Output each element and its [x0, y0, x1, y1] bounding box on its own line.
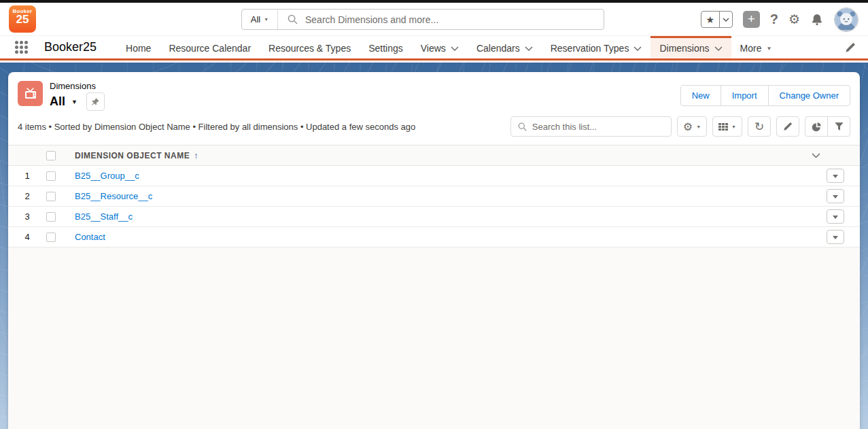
row-checkbox[interactable] [46, 192, 56, 201]
app-launcher-icon[interactable] [15, 41, 28, 54]
notifications-bell-icon[interactable] [810, 13, 824, 27]
column-actions-chevron-icon[interactable] [812, 153, 820, 158]
caret-down-icon [833, 236, 838, 242]
list-view-controls-button[interactable]: ⚙ ▼ [677, 116, 707, 137]
row-number: 3 [8, 211, 46, 222]
tab-resource-calendar[interactable]: Resource Calendar [160, 36, 260, 58]
favorites-chevron-icon[interactable] [720, 12, 732, 27]
tab-label: Calendars [476, 43, 520, 54]
caret-down-icon [833, 195, 838, 201]
select-all-checkbox[interactable] [46, 151, 56, 160]
table-grid-icon [718, 123, 728, 131]
global-search-input[interactable] [305, 14, 604, 25]
dimension-link[interactable]: B25__Group__c [75, 171, 139, 181]
custom-object-tv-icon [23, 86, 38, 101]
user-avatar[interactable] [834, 7, 858, 32]
search-scope-dropdown[interactable]: All ▼ [242, 10, 278, 29]
new-button[interactable]: New [680, 85, 721, 106]
search-field-wrap [278, 14, 604, 25]
tab-more[interactable]: More ▼ [731, 36, 781, 58]
tab-home[interactable]: Home [117, 36, 160, 58]
row-checkbox[interactable] [46, 233, 56, 242]
favorite-star-icon[interactable]: ★ [701, 12, 720, 27]
tab-label: Resource Calendar [169, 43, 251, 54]
favorites-group: ★ [701, 11, 733, 28]
pin-list-view-button[interactable] [86, 92, 105, 111]
tab-calendars[interactable]: Calendars [468, 36, 542, 58]
list-search-input[interactable] [532, 122, 664, 132]
search-scope-label: All [251, 14, 260, 24]
filter-button[interactable] [827, 116, 850, 137]
refresh-icon: ↻ [754, 120, 764, 134]
dimension-link[interactable]: B25__Resource__c [75, 191, 152, 201]
global-search: All ▼ [241, 9, 604, 30]
card-empty-area [8, 247, 860, 429]
tab-resources-types[interactable]: Resources & Types [260, 36, 360, 58]
sort-ascending-icon: ↑ [194, 150, 198, 160]
quick-create-icon[interactable]: + [743, 11, 760, 28]
chevron-down-icon[interactable] [525, 46, 533, 51]
caret-down-icon [833, 175, 838, 181]
list-view-header: Dimensions All ▼ New Import Chang [8, 72, 860, 115]
search-icon [518, 122, 527, 131]
list-subheader: 4 items • Sorted by Dimension Object Nam… [8, 115, 860, 145]
app-name: Booker25 [44, 40, 97, 54]
tab-views[interactable]: Views [412, 36, 468, 58]
chevron-down-icon[interactable] [714, 46, 723, 51]
table-row: 3 B25__Staff__c [8, 207, 860, 227]
chevron-down-icon[interactable] [451, 46, 459, 51]
row-actions-button[interactable] [827, 230, 844, 244]
logo-text-bottom: 25 [9, 14, 36, 25]
chevron-down-icon[interactable] [633, 46, 642, 51]
table-row: 4 Contact [8, 227, 860, 247]
refresh-button[interactable]: ↻ [748, 116, 771, 137]
display-as-table-button[interactable]: ▼ [712, 116, 742, 137]
pin-icon [90, 97, 100, 107]
view-selector-row: All ▼ [50, 92, 105, 111]
column-header-label[interactable]: Dimension Object Name [75, 151, 190, 160]
row-number: 2 [8, 191, 46, 201]
table-row: 1 B25__Group__c [8, 166, 860, 186]
pie-chart-icon [812, 122, 822, 132]
change-owner-button[interactable]: Change Owner [768, 85, 850, 106]
dimensions-object-icon [18, 81, 43, 106]
list-view-name[interactable]: All [50, 95, 65, 109]
row-checkbox[interactable] [46, 171, 56, 181]
help-icon[interactable]: ? [770, 12, 778, 27]
chart-filter-group [805, 116, 850, 137]
tab-label: Settings [368, 43, 403, 54]
search-icon [288, 14, 298, 24]
row-actions-button[interactable] [827, 209, 844, 224]
tab-dimensions[interactable]: Dimensions [650, 36, 731, 58]
caret-down-icon [833, 216, 838, 222]
caret-down-icon: ▼ [766, 46, 771, 52]
dimension-link[interactable]: Contact [75, 232, 105, 242]
edit-nav-pencil-icon[interactable] [845, 42, 856, 53]
page-background: Dimensions All ▼ New Import Chang [0, 63, 868, 429]
import-button[interactable]: Import [721, 85, 769, 106]
row-checkbox[interactable] [46, 212, 56, 222]
inline-edit-button[interactable] [776, 116, 799, 137]
object-label: Dimensions [50, 81, 105, 92]
list-view-card: Dimensions All ▼ New Import Chang [8, 72, 860, 429]
tab-settings[interactable]: Settings [360, 36, 412, 58]
avatar-astro-image [835, 8, 858, 31]
row-actions-button[interactable] [827, 189, 844, 203]
caret-down-icon: ▼ [696, 124, 701, 129]
tab-reservation-types[interactable]: Reservation Types [542, 36, 651, 58]
caret-down-icon: ▼ [731, 124, 736, 129]
dimension-link[interactable]: B25__Staff__c [75, 211, 133, 222]
tab-label: Views [421, 43, 446, 54]
tab-label: Reservation Types [551, 43, 629, 54]
view-selector-caret-icon[interactable]: ▼ [71, 99, 77, 105]
booker25-logo: Booker 25 [9, 5, 36, 33]
setup-gear-icon[interactable]: ⚙ [788, 12, 800, 27]
show-charts-button[interactable] [805, 116, 828, 137]
tab-label: Resources & Types [268, 43, 351, 54]
select-all-cell [46, 151, 69, 160]
row-actions-button[interactable] [827, 169, 844, 183]
list-controls: ⚙ ▼ ▼ ↻ [510, 116, 850, 137]
tab-label: Dimensions [659, 43, 709, 54]
global-header: Booker 25 All ▼ ★ + ? ⚙ [0, 3, 868, 36]
table-row: 2 B25__Resource__c [8, 186, 860, 207]
